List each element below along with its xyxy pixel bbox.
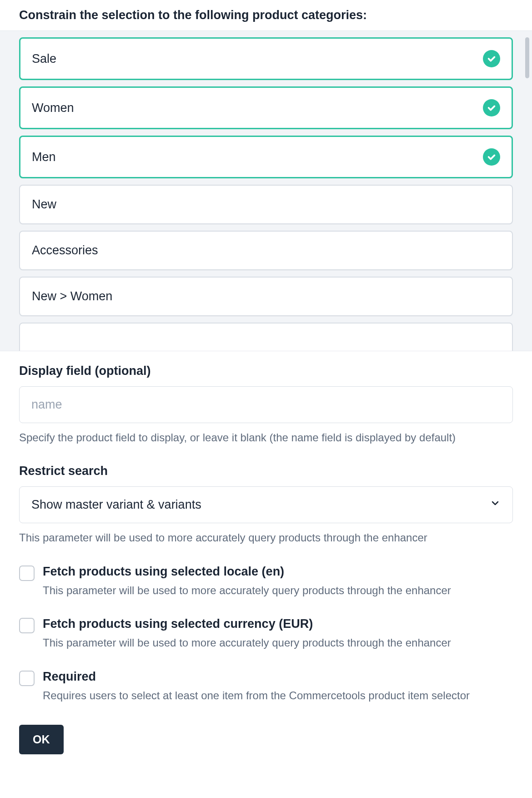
category-label: Men: [32, 150, 56, 164]
restrict-search-value: Show master variant & variants: [31, 498, 201, 512]
checkbox-row-required: Required Requires users to select at lea…: [19, 670, 513, 703]
restrict-search-select[interactable]: Show master variant & variants: [19, 486, 513, 523]
checkbox-required[interactable]: [19, 671, 35, 686]
check-icon: [483, 50, 500, 67]
scrollbar-thumb[interactable]: [525, 37, 529, 78]
restrict-search-label: Restrict search: [19, 464, 513, 478]
checkbox-required-title: Required: [43, 670, 513, 684]
category-list-panel: Sale Women Men New Accessories New > Wom…: [0, 30, 532, 351]
checkbox-row-locale: Fetch products using selected locale (en…: [19, 565, 513, 598]
category-label: New > Women: [32, 289, 112, 303]
display-field-input[interactable]: [19, 386, 513, 423]
category-item-new[interactable]: New: [19, 185, 513, 224]
checkbox-currency[interactable]: [19, 618, 35, 633]
checkbox-locale[interactable]: [19, 566, 35, 581]
category-label: Women: [32, 101, 74, 115]
checkbox-currency-desc: This parameter will be used to more accu…: [43, 636, 513, 650]
restrict-search-help: This parameter will be used to more accu…: [19, 530, 513, 545]
category-label: Accessories: [32, 243, 98, 258]
category-item-women[interactable]: Women: [19, 86, 513, 129]
display-field-label: Display field (optional): [19, 364, 513, 378]
checkbox-locale-title: Fetch products using selected locale (en…: [43, 565, 513, 579]
category-item-next[interactable]: [19, 323, 513, 351]
check-icon: [483, 148, 500, 166]
category-label: New: [32, 197, 56, 212]
checkbox-required-desc: Requires users to select at least one it…: [43, 688, 513, 703]
checkbox-row-currency: Fetch products using selected currency (…: [19, 617, 513, 650]
checkbox-locale-desc: This parameter will be used to more accu…: [43, 583, 513, 598]
display-field-help: Specify the product field to display, or…: [19, 430, 513, 445]
check-icon: [483, 99, 500, 116]
category-item-accessories[interactable]: Accessories: [19, 231, 513, 270]
constrain-heading: Constrain the selection to the following…: [0, 0, 532, 30]
chevron-down-icon: [490, 498, 501, 512]
category-label: [32, 335, 35, 349]
category-item-new-women[interactable]: New > Women: [19, 277, 513, 316]
category-item-sale[interactable]: Sale: [19, 37, 513, 80]
ok-button[interactable]: OK: [19, 725, 64, 754]
checkbox-currency-title: Fetch products using selected currency (…: [43, 617, 513, 631]
category-item-men[interactable]: Men: [19, 136, 513, 178]
category-label: Sale: [32, 52, 56, 66]
